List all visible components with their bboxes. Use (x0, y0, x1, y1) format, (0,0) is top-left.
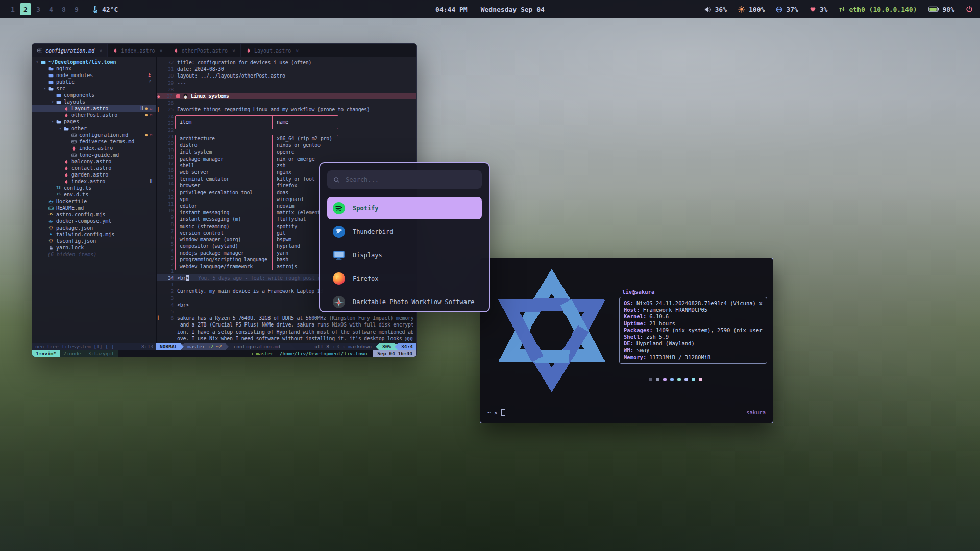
power-button[interactable] (966, 6, 973, 13)
file-encoding: utf-8 (314, 344, 329, 349)
line-number: 5 (161, 309, 177, 314)
tree-item[interactable]: ▾layouts (32, 98, 156, 105)
network-module[interactable]: eth0 (10.0.0.140) (839, 6, 917, 13)
volume-module[interactable]: 36% (704, 6, 727, 13)
sign-column (157, 121, 161, 126)
tree-item[interactable]: ≈tailwind.config.mjs (32, 231, 156, 238)
tree-item[interactable]: README.md (32, 205, 156, 211)
palette-dot (649, 378, 652, 381)
tree-item-label: otherPost.astro (71, 112, 117, 118)
tree-item[interactable]: index.astro (32, 145, 156, 152)
network-value: eth0 (10.0.0.140) (849, 6, 917, 13)
tab-close-icon[interactable]: × (99, 48, 102, 54)
launcher-item[interactable]: Spotify (327, 197, 482, 219)
tab-close-icon[interactable]: × (232, 48, 235, 54)
folder-icon (47, 80, 54, 85)
tree-item[interactable]: otherPost.astro●☐ (32, 112, 156, 118)
launcher-item[interactable]: Darktable Photo Workflow Software (327, 291, 482, 312)
tree-item[interactable]: Layout.astroH●☐ (32, 105, 156, 112)
tmux-window[interactable]: 2:node (60, 350, 84, 357)
battery-module[interactable]: 98% (928, 6, 954, 13)
speaker-icon (704, 6, 712, 13)
launcher-item[interactable]: Thunderbird (327, 220, 482, 243)
tree-item-label: layouts (64, 98, 85, 105)
cpu-module[interactable]: 37% (776, 6, 798, 13)
tree-item[interactable]: {}tsconfig.json (32, 238, 156, 244)
search-input[interactable] (345, 176, 476, 184)
editor-tab[interactable]: configuration.md× (32, 44, 108, 57)
tab-close-icon[interactable]: × (160, 48, 163, 54)
workspace-button[interactable]: 2 (20, 3, 31, 15)
tree-item[interactable]: (6 hidden items) (32, 251, 156, 258)
tree-item[interactable]: public? (32, 79, 156, 85)
tmux-window[interactable]: 3:lazygit (84, 350, 117, 357)
table-cell-item: web server (176, 169, 272, 176)
load-module[interactable]: 3% (810, 6, 828, 13)
line-number: 4 (161, 302, 177, 308)
tree-item[interactable]: TSconfig.ts (32, 185, 156, 191)
tree-item[interactable]: JSastro.config.mjs (32, 211, 156, 218)
tree-item[interactable]: docker-compose.yml (32, 218, 156, 224)
workspace-button[interactable]: 8 (58, 3, 69, 15)
line-number: 34 (161, 275, 177, 281)
tree-item[interactable]: garden.astro (32, 171, 156, 178)
editor-tab[interactable]: index.astro× (108, 44, 168, 57)
tree-item[interactable]: Dockerfile (32, 198, 156, 205)
tab-close-icon[interactable]: × (296, 48, 299, 54)
launcher-item[interactable]: Displays (327, 244, 482, 266)
line-number: 6 (161, 315, 177, 321)
fastfetch-value: 1409 (nix-system), 2590 (nix-user) (656, 327, 763, 334)
workspace-button[interactable]: 1 (7, 3, 18, 15)
tree-item[interactable]: ▾pages (32, 118, 156, 125)
launcher-search[interactable] (327, 170, 482, 189)
workspace-button[interactable]: 4 (45, 3, 57, 15)
tmux-window[interactable]: 1:nvim* (32, 350, 60, 357)
tree-item[interactable]: balcony.astro (32, 158, 156, 165)
tree-item[interactable]: nginx (32, 65, 156, 72)
shell-prompt[interactable]: ~ > (487, 409, 505, 416)
workspace-button[interactable]: 9 (71, 3, 82, 15)
fastfetch-label: DE: (624, 340, 633, 347)
sign-column (157, 148, 161, 153)
palette-dot (692, 378, 695, 381)
tab-label: Layout.astro (254, 48, 291, 54)
folder-open-icon (63, 126, 69, 131)
battery-icon (928, 6, 939, 12)
line-number: 28 (161, 87, 177, 92)
brightness-module[interactable]: 100% (738, 6, 765, 13)
tree-item[interactable]: configuration.md●☐ (32, 132, 156, 138)
buffer-line: ▎25Favorite things regarding Linux and m… (157, 106, 416, 113)
sign-column (157, 336, 161, 341)
tree-item[interactable]: TSenv.d.ts (32, 191, 156, 198)
tree-item[interactable]: fediverse-terms.md (32, 138, 156, 145)
tree-item[interactable]: components (32, 92, 156, 98)
line-number: 31 (161, 66, 177, 72)
workspace-button[interactable]: 3 (33, 3, 44, 15)
sign-column (157, 222, 161, 227)
line-text: date: 2024-08-30 (177, 66, 224, 72)
astro-icon (63, 106, 69, 111)
editor-tab[interactable]: otherPost.astro× (168, 44, 241, 57)
tree-item[interactable]: tone-guide.md (32, 152, 156, 158)
markdown-icon (37, 48, 42, 53)
tree-item[interactable]: index.astroH (32, 178, 156, 185)
line-text: <br>You, 5 days ago - feat: write rough … (177, 275, 324, 281)
tree-item-label: src (56, 85, 65, 92)
table-cell-item: architecture (176, 135, 272, 142)
tree-item[interactable]: ▾other (32, 125, 156, 132)
tree-root[interactable]: ▾ ~/Development/liv.town (32, 59, 156, 65)
launcher-item[interactable]: Firefox (327, 267, 482, 290)
tree-item-label: public (56, 79, 75, 85)
tree-item[interactable]: yarn.lock (32, 244, 156, 251)
tree-item[interactable]: ▾src (32, 85, 156, 92)
editor-tab[interactable]: Layout.astro× (241, 44, 304, 57)
astro-icon (63, 172, 69, 178)
cursor-position: 34:4 (398, 343, 416, 350)
tree-item[interactable]: contact.astro (32, 165, 156, 171)
table-row: web servernginx (176, 169, 338, 176)
table-cell-item: distro (176, 142, 272, 148)
tree-item[interactable]: node_modulesE (32, 72, 156, 79)
tree-item[interactable]: {}package.json (32, 224, 156, 231)
mode-indicator: NORMAL (156, 343, 181, 350)
folder-open-icon (55, 119, 62, 124)
